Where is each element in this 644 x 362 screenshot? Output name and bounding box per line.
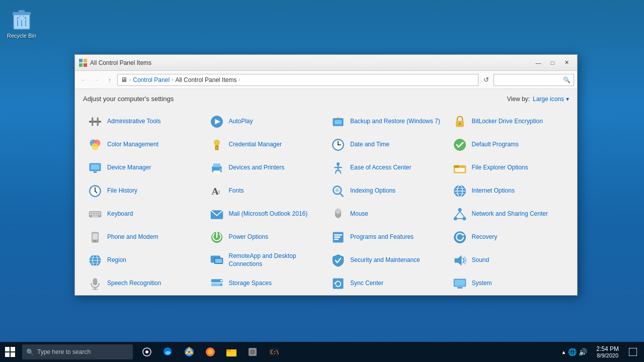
keyboard-label: Keyboard xyxy=(107,210,133,218)
autoplay-icon xyxy=(209,114,225,130)
content-area: Adjust your computer's settings View by:… xyxy=(75,89,577,295)
svg-point-84 xyxy=(94,240,96,242)
item-mouse[interactable]: Mouse xyxy=(326,203,448,225)
svg-point-127 xyxy=(145,350,148,353)
item-storage-spaces[interactable]: Storage Spaces xyxy=(205,273,327,295)
item-backup-restore[interactable]: Backup and Restore (Windows 7) xyxy=(326,111,448,133)
credential-manager-label: Credential Manager xyxy=(229,141,282,149)
volume-tray-icon[interactable]: 🔊 xyxy=(579,348,587,356)
minimize-button[interactable]: — xyxy=(532,58,545,68)
item-mail[interactable]: Mail (Microsoft Outlook 2016) xyxy=(205,203,327,225)
breadcrumb-control-panel[interactable]: Control Panel xyxy=(133,76,170,83)
item-fonts[interactable]: AaFonts xyxy=(205,180,327,202)
edge-icon xyxy=(163,347,173,357)
item-recovery[interactable]: Recovery xyxy=(448,226,570,248)
svg-rect-124 xyxy=(5,352,10,357)
notification-center-button[interactable] xyxy=(624,342,642,362)
item-indexing-options[interactable]: Indexing Options xyxy=(326,180,448,202)
view-by-value: Large icons xyxy=(533,96,564,103)
svg-point-78 xyxy=(462,217,466,220)
item-internet-options[interactable]: Internet Options xyxy=(448,180,570,202)
item-autoplay[interactable]: AutoPlay xyxy=(205,111,327,133)
item-sound[interactable]: Sound xyxy=(448,249,570,272)
terminal-button[interactable]: C:\ xyxy=(264,342,284,362)
recycle-bin[interactable]: Recycle Bin xyxy=(5,5,38,41)
item-file-history[interactable]: File History xyxy=(83,180,205,202)
svg-rect-16 xyxy=(335,120,342,125)
backup-restore-icon xyxy=(330,114,346,130)
item-speech[interactable]: Speech Recognition xyxy=(83,273,205,295)
refresh-button[interactable]: ↺ xyxy=(480,74,492,85)
svg-rect-88 xyxy=(334,236,340,238)
phone-modem-icon xyxy=(87,229,103,245)
date-time-icon xyxy=(330,137,346,153)
item-system[interactable]: System xyxy=(448,273,570,295)
back-button[interactable]: ← xyxy=(78,74,89,85)
svg-rect-9 xyxy=(84,63,87,67)
power-options-icon xyxy=(209,229,225,245)
forward-button[interactable]: → xyxy=(91,74,102,85)
svg-rect-36 xyxy=(213,170,220,173)
search-input[interactable] xyxy=(497,76,563,83)
item-power-options[interactable]: Power Options xyxy=(205,226,327,248)
item-security-maintenance[interactable]: Security and Maintenance xyxy=(326,249,448,272)
settings-taskbar-button[interactable] xyxy=(243,342,263,362)
region-label: Region xyxy=(107,256,126,264)
file-explorer-button[interactable] xyxy=(221,342,242,362)
svg-rect-61 xyxy=(90,212,92,214)
item-device-manager[interactable]: Device Manager xyxy=(83,157,205,179)
svg-line-53 xyxy=(340,193,343,196)
security-maintenance-icon xyxy=(330,252,346,268)
task-view-button[interactable] xyxy=(137,342,157,362)
breadcrumb-sep-1: › xyxy=(129,77,131,82)
item-file-explorer[interactable]: File Explorer Options xyxy=(448,157,570,179)
file-explorer-icon xyxy=(452,160,468,176)
file-explorer-label: File Explorer Options xyxy=(472,164,528,172)
administrative-tools-icon xyxy=(87,114,103,130)
edge-button[interactable] xyxy=(158,342,178,362)
up-button[interactable]: ↑ xyxy=(104,74,115,85)
item-network-sharing[interactable]: Network and Sharing Center xyxy=(448,203,570,225)
breadcrumb-all-items[interactable]: All Control Panel Items xyxy=(175,76,236,83)
desktop: Recycle Bin All Control Panel Items — □ … xyxy=(0,0,644,362)
item-phone-modem[interactable]: Phone and Modem xyxy=(83,226,205,248)
recovery-label: Recovery xyxy=(472,233,498,241)
item-keyboard[interactable]: Keyboard xyxy=(83,203,205,225)
maximize-button[interactable]: □ xyxy=(546,58,559,68)
svg-rect-89 xyxy=(334,239,339,240)
power-options-label: Power Options xyxy=(229,233,269,241)
taskbar-search[interactable]: 🔍 Type here to search xyxy=(22,344,133,359)
close-button[interactable]: ✕ xyxy=(560,58,573,68)
search-box[interactable]: 🔍 xyxy=(494,74,574,86)
device-manager-label: Device Manager xyxy=(107,164,151,172)
bitlocker-label: BitLocker Drive Encryption xyxy=(472,118,543,126)
speech-icon xyxy=(87,276,103,292)
programs-features-icon xyxy=(330,229,346,245)
address-path[interactable]: 🖥 › Control Panel › All Control Panel It… xyxy=(117,74,478,86)
start-button[interactable] xyxy=(0,342,20,362)
keyboard-icon xyxy=(87,206,103,222)
firefox-button[interactable] xyxy=(200,342,220,362)
item-ease-access[interactable]: Ease of Access Center xyxy=(326,157,448,179)
item-administrative-tools[interactable]: Administrative Tools xyxy=(83,111,205,133)
svg-rect-112 xyxy=(457,287,462,289)
network-tray-icon[interactable]: 🌐 xyxy=(568,348,577,356)
item-date-time[interactable]: Date and Time xyxy=(326,134,448,156)
taskbar-clock[interactable]: 2:54 PM 8/9/2020 xyxy=(592,345,623,358)
item-remoteapp[interactable]: RemoteApp and Desktop Connections xyxy=(205,249,327,272)
item-bitlocker[interactable]: BitLocker Drive Encryption xyxy=(448,111,570,133)
item-devices-printers[interactable]: Devices and Printers xyxy=(205,157,327,179)
svg-line-79 xyxy=(455,212,460,217)
item-credential-manager[interactable]: Credential Manager xyxy=(205,134,327,156)
svg-rect-134 xyxy=(226,349,231,351)
chrome-button[interactable] xyxy=(179,342,199,362)
tray-expand-icon[interactable]: ▲ xyxy=(561,349,566,355)
item-sync-center[interactable]: Sync Center xyxy=(326,273,448,295)
view-by-dropdown[interactable]: Large icons ▾ xyxy=(533,96,569,103)
item-color-management[interactable]: Color Management xyxy=(83,134,205,156)
window-controls: — □ ✕ xyxy=(532,58,573,68)
item-default-programs[interactable]: Default Programs xyxy=(448,134,570,156)
item-region[interactable]: Region xyxy=(83,249,205,272)
svg-rect-140 xyxy=(629,348,637,356)
item-programs-features[interactable]: Programs and Features xyxy=(326,226,448,248)
